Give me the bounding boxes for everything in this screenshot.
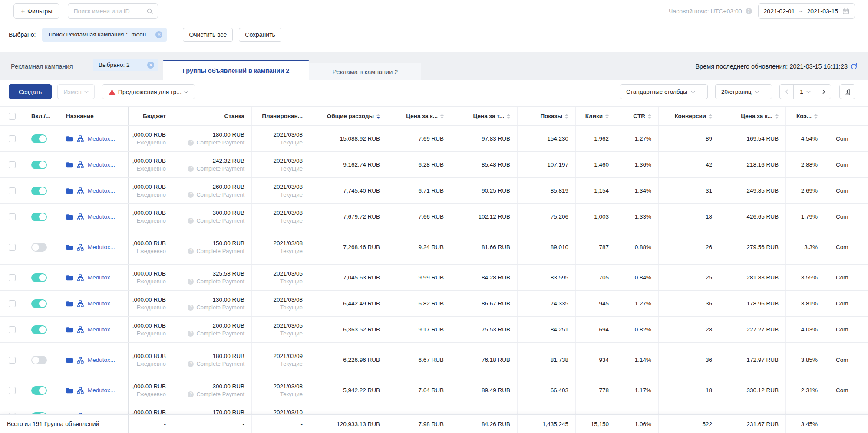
search-box[interactable] — [68, 3, 158, 19]
sort-icon-impressions[interactable] — [565, 114, 568, 119]
enable-toggle[interactable] — [31, 213, 47, 221]
column-header-conversions[interactable]: Конверсии — [659, 107, 719, 125]
edit-button-disabled: Измен — [57, 84, 95, 99]
column-header-select — [0, 107, 24, 125]
tab-campaign[interactable]: Рекламная кампания — [11, 63, 73, 70]
adgroup-name-link[interactable]: Medutox... — [88, 161, 115, 168]
row-checkbox[interactable] — [9, 213, 16, 220]
help-icon: ? — [188, 192, 194, 198]
enable-toggle[interactable] — [31, 299, 47, 308]
adgroup-name-link[interactable]: Medutox... — [88, 326, 115, 333]
column-header-impressions[interactable]: Показы — [518, 107, 576, 125]
enable-toggle[interactable] — [31, 356, 47, 364]
enable-toggle[interactable] — [31, 161, 47, 169]
row-checkbox[interactable] — [9, 387, 16, 394]
cell-conversions: 26 — [659, 230, 719, 264]
enable-toggle[interactable] — [31, 386, 47, 395]
row-checkbox[interactable] — [9, 357, 16, 364]
cell-budget: ,000.00 RUBЕжедневно — [129, 317, 173, 342]
bid-lines: 130.00 RUB?Complete Payment — [180, 296, 244, 311]
tab-adgroups-active[interactable]: Группы объявлений в кампании 2 — [163, 60, 309, 80]
select-all-checkbox[interactable] — [9, 113, 16, 120]
cell-cvr: 3.3% — [786, 230, 825, 264]
next-page-button[interactable] — [817, 84, 831, 99]
cell-clicks: 778 — [576, 377, 616, 403]
row-checkbox[interactable] — [9, 161, 16, 168]
cpa-value: 426.65 RUB — [746, 213, 779, 220]
columns-select[interactable]: Стандартные столбцы — [620, 84, 708, 99]
campaign-selected-badge[interactable]: Выбрано: 2 ✕ — [93, 59, 158, 71]
column-header-cpc[interactable]: Цена за к... — [387, 107, 451, 125]
bid-lines: 300.00 RUB?Complete Payment — [180, 210, 244, 224]
filters-button[interactable]: + Фильтры — [13, 3, 59, 19]
cell-conversions: 42 — [659, 152, 719, 177]
clicks-value: 1,003 — [594, 213, 609, 220]
refresh-icon[interactable] — [850, 63, 858, 70]
cvr-value: 2.69% — [801, 187, 818, 194]
enable-toggle[interactable] — [31, 134, 47, 143]
sort-icon-clicks[interactable] — [605, 114, 609, 119]
save-button[interactable]: Сохранить — [239, 28, 281, 42]
sort-icon-ctr[interactable] — [648, 114, 651, 119]
column-header-ctr[interactable]: CTR — [616, 107, 659, 125]
row-checkbox[interactable] — [9, 274, 16, 281]
cell-budget: ,000.00 RUBЕжедневно — [129, 152, 173, 177]
ctr-value: 0.82% — [635, 326, 651, 333]
adgroup-name-link[interactable]: Medutox... — [88, 300, 115, 307]
clear-selected-icon[interactable]: ✕ — [147, 62, 154, 69]
adgroup-name-link[interactable]: Medutox... — [88, 387, 115, 394]
sort-icon-cpc[interactable] — [440, 114, 444, 119]
date-range-picker[interactable]: 2021-02-01 ~ 2021-03-15 — [758, 3, 855, 19]
cell-cpm: 89.49 RUB — [451, 377, 518, 403]
help-icon: ? — [188, 248, 194, 254]
column-header-cpm[interactable]: Цена за т... — [451, 107, 518, 125]
sort-icon-cpm[interactable] — [507, 114, 510, 119]
row-checkbox[interactable] — [9, 300, 16, 307]
current-page-select[interactable]: 1 — [793, 84, 817, 99]
enable-toggle[interactable] — [31, 243, 47, 252]
row-checkbox[interactable] — [9, 187, 16, 194]
tab-ads[interactable]: Реклама в кампании 2 — [309, 63, 421, 80]
row-checkbox[interactable] — [9, 244, 16, 251]
sort-icon-cpa[interactable] — [775, 114, 779, 119]
page-size-select[interactable]: 20/страниц — [715, 84, 772, 99]
adgroup-name-link[interactable]: Medutox... — [88, 135, 115, 142]
create-button[interactable]: Создать — [9, 84, 52, 99]
cell-bid: 325.58 RUB?Complete Payment — [173, 265, 252, 290]
row-checkbox[interactable] — [9, 135, 16, 142]
cell-spend: 7,745.40 RUB — [310, 178, 387, 203]
column-label-name: Название — [66, 113, 94, 119]
column-header-cvr[interactable]: Коэ... — [786, 107, 825, 125]
bid-subtext: ?Complete Payment — [188, 139, 244, 146]
column-header-clicks[interactable]: Клики — [576, 107, 616, 125]
enable-toggle[interactable] — [31, 325, 47, 334]
cell-spend: 6,363.52 RUB — [310, 317, 387, 342]
column-header-spend[interactable]: Общие расходы — [310, 107, 387, 125]
enable-toggle[interactable] — [31, 273, 47, 282]
enable-toggle[interactable] — [31, 187, 47, 195]
bid-lines: 200.00 RUB?Complete Payment — [180, 322, 244, 337]
impressions-value: 107,197 — [547, 161, 568, 168]
row-checkbox[interactable] — [9, 326, 16, 333]
budget-value: ,000.00 RUB — [132, 322, 166, 329]
cell-clicks: 1,003 — [576, 204, 616, 230]
adgroup-name-link[interactable]: Medutox... — [88, 187, 115, 194]
cell-cvr: 1.79% — [786, 204, 825, 230]
adgroup-name-link[interactable]: Medutox... — [88, 244, 115, 250]
cell-select — [0, 204, 24, 230]
export-button[interactable] — [839, 84, 855, 99]
sort-icon-cvr[interactable] — [814, 114, 818, 119]
budget-lines: ,000.00 RUBЕжедневно — [135, 157, 166, 172]
search-input[interactable] — [73, 8, 146, 15]
column-header-cpa[interactable]: Цена за к... — [719, 107, 786, 125]
adgroup-name-link[interactable]: Medutox... — [88, 274, 115, 281]
adgroup-name-link[interactable]: Medutox... — [88, 357, 115, 363]
clear-all-button[interactable]: Очистить все — [183, 28, 233, 42]
sort-icon-conversions[interactable] — [709, 114, 712, 119]
remove-filter-icon[interactable]: ✕ — [155, 31, 162, 38]
adgroup-name-link[interactable]: Medutox... — [88, 213, 115, 220]
budget-value: ,000.00 RUB — [132, 383, 166, 390]
suggestions-button[interactable]: Предложения для гр... — [102, 84, 195, 99]
cell-ctr: 1.34% — [616, 178, 659, 203]
sort-icon-spend[interactable] — [376, 114, 380, 119]
